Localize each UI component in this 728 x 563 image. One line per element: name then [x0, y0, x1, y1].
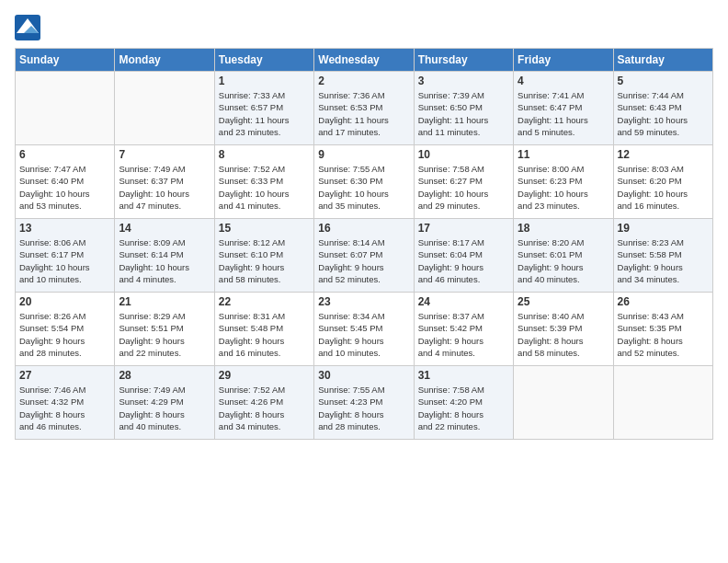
day-cell: 3Sunrise: 7:39 AM Sunset: 6:50 PM Daylig… [414, 72, 513, 145]
day-number: 25 [518, 295, 609, 308]
day-number: 17 [418, 222, 509, 235]
day-cell: 27Sunrise: 7:46 AM Sunset: 4:32 PM Dayli… [16, 366, 115, 440]
day-info: Sunrise: 8:40 AM Sunset: 5:39 PM Dayligh… [518, 310, 609, 359]
day-info: Sunrise: 7:36 AM Sunset: 6:53 PM Dayligh… [318, 89, 409, 138]
page-header [15, 15, 713, 40]
day-number: 21 [119, 295, 210, 308]
day-info: Sunrise: 7:41 AM Sunset: 6:47 PM Dayligh… [518, 89, 609, 138]
day-number: 12 [618, 148, 709, 161]
day-number: 9 [318, 148, 409, 161]
day-info: Sunrise: 7:33 AM Sunset: 6:57 PM Dayligh… [219, 89, 310, 138]
day-info: Sunrise: 8:09 AM Sunset: 6:14 PM Dayligh… [119, 236, 210, 285]
logo-icon [15, 15, 40, 40]
day-info: Sunrise: 8:03 AM Sunset: 6:20 PM Dayligh… [618, 163, 709, 212]
day-number: 24 [418, 295, 509, 308]
day-info: Sunrise: 8:12 AM Sunset: 6:10 PM Dayligh… [219, 236, 310, 285]
day-number: 19 [618, 222, 709, 235]
day-info: Sunrise: 7:46 AM Sunset: 4:32 PM Dayligh… [19, 384, 110, 432]
day-cell: 1Sunrise: 7:33 AM Sunset: 6:57 PM Daylig… [214, 72, 313, 145]
day-info: Sunrise: 8:17 AM Sunset: 6:04 PM Dayligh… [418, 236, 509, 285]
day-number: 8 [219, 148, 310, 161]
day-number: 16 [318, 222, 409, 235]
day-number: 23 [318, 295, 409, 308]
day-number: 28 [119, 369, 210, 382]
day-info: Sunrise: 7:55 AM Sunset: 6:30 PM Dayligh… [318, 163, 409, 212]
day-cell: 25Sunrise: 8:40 AM Sunset: 5:39 PM Dayli… [514, 293, 613, 366]
day-cell: 14Sunrise: 8:09 AM Sunset: 6:14 PM Dayli… [115, 219, 214, 293]
day-cell: 24Sunrise: 8:37 AM Sunset: 5:42 PM Dayli… [414, 293, 513, 366]
day-number: 10 [418, 148, 509, 161]
day-number: 13 [19, 222, 110, 235]
day-number: 11 [518, 148, 609, 161]
dow-saturday: Saturday [613, 49, 712, 72]
week-row-1: 1Sunrise: 7:33 AM Sunset: 6:57 PM Daylig… [16, 72, 713, 145]
day-number: 14 [119, 222, 210, 235]
day-number: 15 [219, 222, 310, 235]
day-cell: 8Sunrise: 7:52 AM Sunset: 6:33 PM Daylig… [214, 145, 313, 219]
day-cell: 10Sunrise: 7:58 AM Sunset: 6:27 PM Dayli… [414, 145, 513, 219]
day-info: Sunrise: 8:23 AM Sunset: 5:58 PM Dayligh… [618, 236, 709, 285]
day-cell: 6Sunrise: 7:47 AM Sunset: 6:40 PM Daylig… [16, 145, 115, 219]
day-cell: 19Sunrise: 8:23 AM Sunset: 5:58 PM Dayli… [613, 219, 712, 293]
logo [15, 15, 42, 40]
dow-monday: Monday [115, 49, 214, 72]
day-cell: 17Sunrise: 8:17 AM Sunset: 6:04 PM Dayli… [414, 219, 513, 293]
day-info: Sunrise: 8:34 AM Sunset: 5:45 PM Dayligh… [318, 310, 409, 359]
day-cell: 23Sunrise: 8:34 AM Sunset: 5:45 PM Dayli… [314, 293, 414, 366]
day-cell: 29Sunrise: 7:52 AM Sunset: 4:26 PM Dayli… [214, 366, 313, 440]
day-cell: 30Sunrise: 7:55 AM Sunset: 4:23 PM Dayli… [314, 366, 414, 440]
day-cell: 22Sunrise: 8:31 AM Sunset: 5:48 PM Dayli… [214, 293, 313, 366]
day-info: Sunrise: 8:31 AM Sunset: 5:48 PM Dayligh… [219, 310, 310, 359]
day-number: 29 [219, 369, 310, 382]
day-cell: 12Sunrise: 8:03 AM Sunset: 6:20 PM Dayli… [613, 145, 712, 219]
day-info: Sunrise: 7:58 AM Sunset: 6:27 PM Dayligh… [418, 163, 509, 212]
day-info: Sunrise: 8:29 AM Sunset: 5:51 PM Dayligh… [119, 310, 210, 359]
week-row-3: 13Sunrise: 8:06 AM Sunset: 6:17 PM Dayli… [16, 219, 713, 293]
day-number: 1 [219, 75, 310, 87]
day-cell: 28Sunrise: 7:49 AM Sunset: 4:29 PM Dayli… [115, 366, 214, 440]
day-number: 26 [618, 295, 709, 308]
day-info: Sunrise: 8:00 AM Sunset: 6:23 PM Dayligh… [518, 163, 609, 212]
day-info: Sunrise: 8:14 AM Sunset: 6:07 PM Dayligh… [318, 236, 409, 285]
dow-sunday: Sunday [16, 49, 115, 72]
day-cell: 7Sunrise: 7:49 AM Sunset: 6:37 PM Daylig… [115, 145, 214, 219]
day-info: Sunrise: 7:52 AM Sunset: 4:26 PM Dayligh… [219, 384, 310, 432]
day-cell: 13Sunrise: 8:06 AM Sunset: 6:17 PM Dayli… [16, 219, 115, 293]
day-number: 2 [318, 75, 409, 87]
day-cell: 9Sunrise: 7:55 AM Sunset: 6:30 PM Daylig… [314, 145, 414, 219]
day-cell [613, 366, 712, 440]
day-cell: 15Sunrise: 8:12 AM Sunset: 6:10 PM Dayli… [214, 219, 313, 293]
day-cell: 5Sunrise: 7:44 AM Sunset: 6:43 PM Daylig… [613, 72, 712, 145]
day-info: Sunrise: 7:47 AM Sunset: 6:40 PM Dayligh… [19, 163, 110, 212]
week-row-4: 20Sunrise: 8:26 AM Sunset: 5:54 PM Dayli… [16, 293, 713, 366]
day-cell: 20Sunrise: 8:26 AM Sunset: 5:54 PM Dayli… [16, 293, 115, 366]
dow-friday: Friday [514, 49, 613, 72]
day-number: 30 [318, 369, 409, 382]
day-info: Sunrise: 7:39 AM Sunset: 6:50 PM Dayligh… [418, 89, 509, 138]
day-number: 27 [19, 369, 110, 382]
days-of-week-header: SundayMondayTuesdayWednesdayThursdayFrid… [16, 49, 713, 72]
day-info: Sunrise: 8:06 AM Sunset: 6:17 PM Dayligh… [19, 236, 110, 285]
day-cell: 11Sunrise: 8:00 AM Sunset: 6:23 PM Dayli… [514, 145, 613, 219]
dow-tuesday: Tuesday [214, 49, 313, 72]
day-info: Sunrise: 8:26 AM Sunset: 5:54 PM Dayligh… [19, 310, 110, 359]
day-cell: 4Sunrise: 7:41 AM Sunset: 6:47 PM Daylig… [514, 72, 613, 145]
day-number: 31 [418, 369, 509, 382]
day-info: Sunrise: 8:43 AM Sunset: 5:35 PM Dayligh… [618, 310, 709, 359]
day-cell: 31Sunrise: 7:58 AM Sunset: 4:20 PM Dayli… [414, 366, 513, 440]
day-info: Sunrise: 8:20 AM Sunset: 6:01 PM Dayligh… [518, 236, 609, 285]
day-cell [115, 72, 214, 145]
day-info: Sunrise: 7:52 AM Sunset: 6:33 PM Dayligh… [219, 163, 310, 212]
day-info: Sunrise: 7:49 AM Sunset: 4:29 PM Dayligh… [119, 384, 210, 432]
week-row-2: 6Sunrise: 7:47 AM Sunset: 6:40 PM Daylig… [16, 145, 713, 219]
day-info: Sunrise: 8:37 AM Sunset: 5:42 PM Dayligh… [418, 310, 509, 359]
day-info: Sunrise: 7:58 AM Sunset: 4:20 PM Dayligh… [418, 384, 509, 432]
day-cell [514, 366, 613, 440]
day-number: 7 [119, 148, 210, 161]
day-cell [16, 72, 115, 145]
day-cell: 18Sunrise: 8:20 AM Sunset: 6:01 PM Dayli… [514, 219, 613, 293]
day-cell: 2Sunrise: 7:36 AM Sunset: 6:53 PM Daylig… [314, 72, 414, 145]
day-number: 5 [618, 75, 709, 87]
day-number: 22 [219, 295, 310, 308]
day-cell: 26Sunrise: 8:43 AM Sunset: 5:35 PM Dayli… [613, 293, 712, 366]
